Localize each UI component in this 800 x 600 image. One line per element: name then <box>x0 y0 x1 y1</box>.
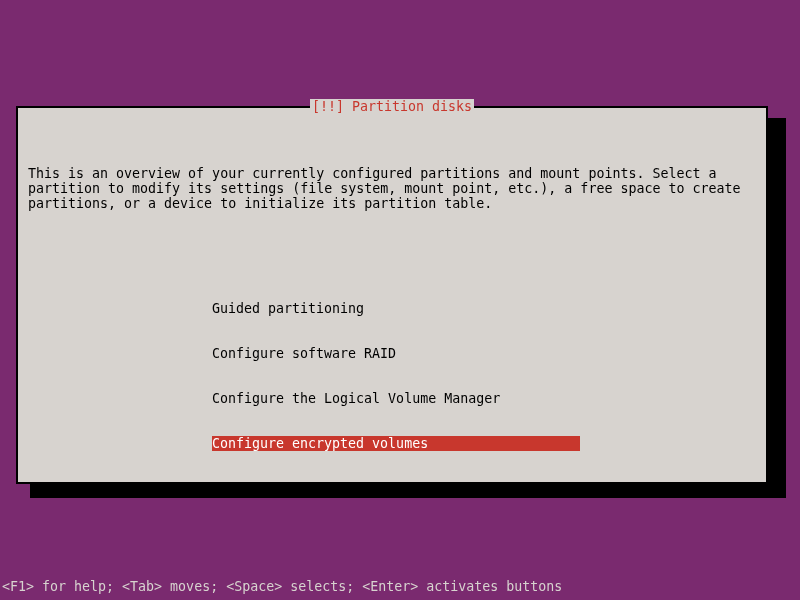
menu-label: Configure encrypted volumes <box>212 436 580 451</box>
help-footer: <F1> for help; <Tab> moves; <Space> sele… <box>0 579 800 594</box>
menu-item-raid[interactable]: Configure software RAID <box>28 346 756 361</box>
partition-menu: Guided partitioning Configure software R… <box>28 271 756 526</box>
dialog-intro-text: This is an overview of your currently co… <box>28 166 756 211</box>
menu-item-lvm[interactable]: Configure the Logical Volume Manager <box>28 391 756 406</box>
menu-label: Configure iSCSI volumes <box>212 481 396 496</box>
menu-item-iscsi[interactable]: Configure iSCSI volumes <box>28 481 756 496</box>
menu-label: Configure the Logical Volume Manager <box>212 391 500 406</box>
menu-item-encrypted-selected[interactable]: Configure encrypted volumes <box>28 436 756 451</box>
title-text: Partition disks <box>352 99 472 114</box>
menu-item-guided[interactable]: Guided partitioning <box>28 301 756 316</box>
title-prefix: [!!] <box>312 99 352 114</box>
dialog-title-bar: [!!] Partition disks <box>18 99 766 114</box>
menu-label: Guided partitioning <box>212 301 364 316</box>
partition-dialog: [!!] Partition disks This is an overview… <box>16 106 768 484</box>
dialog-title: [!!] Partition disks <box>310 99 474 114</box>
menu-label: Configure software RAID <box>212 346 396 361</box>
